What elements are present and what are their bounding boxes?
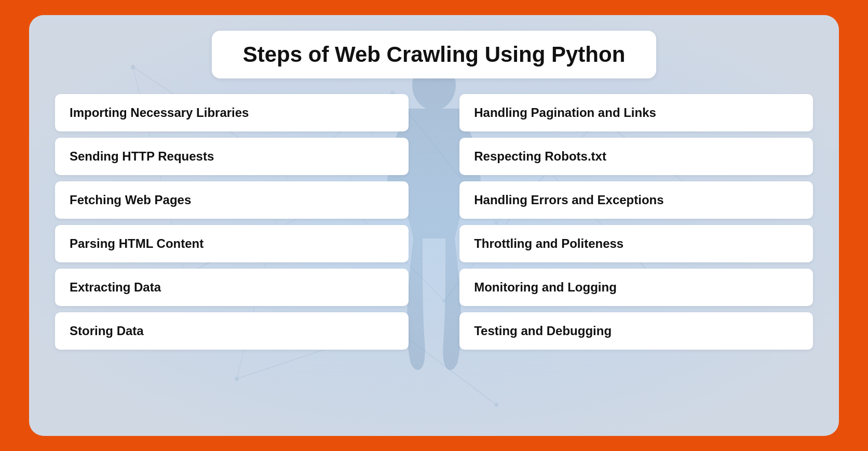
step-label: Handling Errors and Exceptions (474, 193, 663, 207)
step-label: Parsing HTML Content (70, 236, 204, 250)
step-label: Fetching Web Pages (70, 193, 191, 207)
right-step-card: Throttling and Politeness (459, 225, 813, 262)
left-step-card: Extracting Data (55, 269, 409, 306)
main-card: Steps of Web Crawling Using Python Impor… (29, 15, 839, 436)
left-column: Importing Necessary LibrariesSending HTT… (55, 94, 419, 420)
content-area: Importing Necessary LibrariesSending HTT… (55, 94, 813, 420)
right-step-card: Handling Pagination and Links (459, 94, 813, 131)
left-step-card: Parsing HTML Content (55, 225, 409, 262)
step-label: Sending HTTP Requests (70, 149, 214, 163)
step-label: Throttling and Politeness (474, 236, 623, 250)
step-label: Monitoring and Logging (474, 280, 617, 294)
right-step-card: Monitoring and Logging (459, 269, 813, 306)
right-step-card: Respecting Robots.txt (459, 138, 813, 175)
left-step-card: Fetching Web Pages (55, 181, 409, 219)
page-title: Steps of Web Crawling Using Python (243, 42, 626, 67)
right-step-card: Testing and Debugging (459, 312, 813, 350)
step-label: Storing Data (70, 324, 144, 338)
title-container: Steps of Web Crawling Using Python (212, 31, 657, 78)
left-step-card: Storing Data (55, 312, 409, 350)
step-label: Importing Necessary Libraries (70, 105, 249, 120)
step-label: Handling Pagination and Links (474, 105, 656, 120)
step-label: Testing and Debugging (474, 324, 612, 338)
step-label: Respecting Robots.txt (474, 149, 606, 163)
right-step-card: Handling Errors and Exceptions (459, 181, 813, 219)
right-column: Handling Pagination and LinksRespecting … (449, 94, 813, 420)
left-step-card: Sending HTTP Requests (55, 138, 409, 175)
left-step-card: Importing Necessary Libraries (55, 94, 409, 131)
step-label: Extracting Data (70, 280, 161, 294)
